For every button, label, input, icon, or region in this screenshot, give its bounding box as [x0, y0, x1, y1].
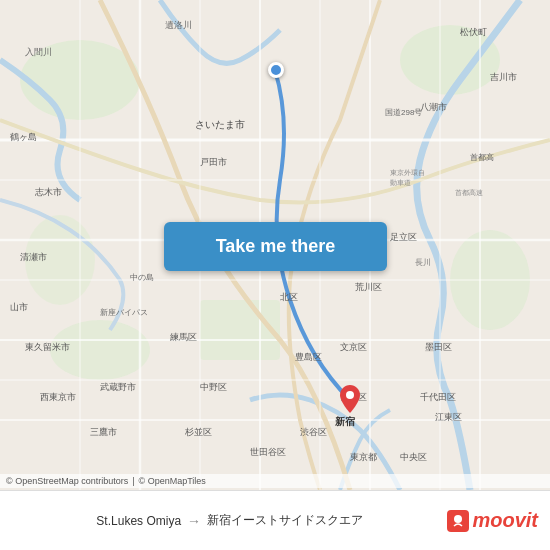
svg-text:動車道: 動車道 — [390, 179, 411, 186]
svg-text:さいたま市: さいたま市 — [195, 119, 245, 130]
svg-text:鶴ヶ島: 鶴ヶ島 — [10, 132, 37, 142]
svg-text:長川: 長川 — [415, 258, 431, 267]
svg-text:中の島: 中の島 — [130, 273, 154, 282]
map-container: 入間川 遺洛川 松伏町 吉川市 鶴ヶ島 志木市 八潮市 首都高 清瀬市 山市 東… — [0, 0, 550, 490]
svg-text:豊島区: 豊島区 — [295, 352, 322, 362]
svg-text:東久留米市: 東久留米市 — [25, 342, 70, 352]
moovit-brand-text: moovit — [472, 509, 538, 532]
svg-text:吉川市: 吉川市 — [490, 72, 517, 82]
svg-text:三鷹市: 三鷹市 — [90, 427, 117, 437]
svg-point-64 — [454, 515, 462, 523]
svg-text:山市: 山市 — [10, 302, 28, 312]
svg-text:江東区: 江東区 — [435, 412, 462, 422]
svg-text:八潮市: 八潮市 — [420, 102, 447, 112]
svg-text:世田谷区: 世田谷区 — [250, 447, 286, 457]
svg-text:千代田区: 千代田区 — [420, 392, 456, 402]
svg-text:新座バイパス: 新座バイパス — [100, 308, 148, 317]
svg-text:国道298号: 国道298号 — [385, 108, 422, 117]
route-info: St.Lukes Omiya → 新宿イーストサイドスクエア — [12, 512, 447, 529]
svg-text:足立区: 足立区 — [390, 232, 417, 242]
origin-marker — [268, 62, 284, 78]
svg-text:入間川: 入間川 — [25, 47, 52, 57]
moovit-logo: moovit — [447, 509, 538, 532]
svg-text:文京区: 文京区 — [340, 342, 367, 352]
svg-text:新宿: 新宿 — [335, 416, 355, 427]
svg-text:清瀬市: 清瀬市 — [20, 252, 47, 262]
svg-text:練馬区: 練馬区 — [169, 332, 197, 342]
route-destination: 新宿イーストサイドスクエア — [207, 512, 363, 529]
moovit-icon — [447, 510, 469, 532]
svg-text:墨田区: 墨田区 — [425, 342, 452, 352]
svg-text:遺洛川: 遺洛川 — [165, 20, 192, 30]
svg-text:松伏町: 松伏町 — [460, 27, 487, 37]
take-me-there-button[interactable]: Take me there — [164, 222, 387, 271]
svg-text:首都高速: 首都高速 — [455, 189, 483, 196]
svg-text:東京都: 東京都 — [350, 452, 377, 462]
svg-text:荒川区: 荒川区 — [355, 282, 382, 292]
svg-text:中央区: 中央区 — [400, 452, 427, 462]
bottom-bar: St.Lukes Omiya → 新宿イーストサイドスクエア moovit — [0, 490, 550, 550]
attribution-text1: © OpenStreetMap contributors — [6, 476, 128, 486]
svg-text:首都高: 首都高 — [470, 153, 494, 162]
svg-text:志木市: 志木市 — [35, 187, 62, 197]
svg-text:渋谷区: 渋谷区 — [300, 427, 327, 437]
attribution-separator: | — [132, 476, 134, 486]
route-origin: St.Lukes Omiya — [96, 514, 181, 528]
destination-marker — [340, 385, 360, 413]
svg-text:中野区: 中野区 — [200, 382, 227, 392]
svg-text:戸田市: 戸田市 — [200, 157, 227, 167]
svg-text:武蔵野市: 武蔵野市 — [100, 382, 136, 392]
svg-text:北区: 北区 — [280, 292, 298, 302]
svg-text:杉並区: 杉並区 — [184, 427, 212, 437]
route-arrow: → — [187, 513, 201, 529]
svg-rect-3 — [200, 300, 280, 360]
svg-point-62 — [346, 391, 354, 399]
attribution-text2: © OpenMapTiles — [139, 476, 206, 486]
svg-text:西東京市: 西東京市 — [40, 392, 76, 402]
svg-text:東京外環自: 東京外環自 — [390, 169, 425, 176]
attribution-bar: © OpenStreetMap contributors | © OpenMap… — [0, 474, 550, 488]
